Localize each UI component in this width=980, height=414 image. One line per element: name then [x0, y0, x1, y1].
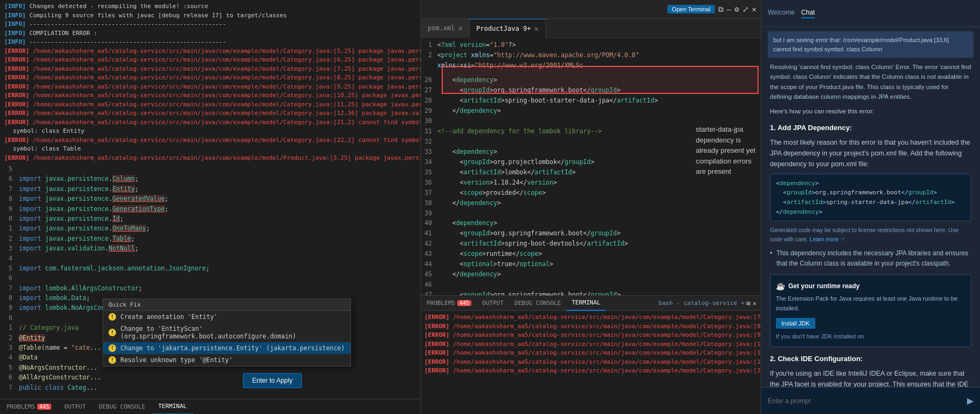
quick-fix-popup[interactable]: Quick Fix ! Create annotation 'Entity' !…	[103, 298, 351, 367]
editor-tabs: pom.xml ✕ ProductJava 9+ ✕	[421, 19, 761, 38]
ai-send-button[interactable]: ▶	[967, 396, 974, 406]
terminal-error-line: [ERROR] /home/aakashsharm_aa5/catalog-se…	[4, 56, 416, 65]
code-line: 3 import javax.validation.NotNull;	[0, 243, 421, 253]
code-line: 6 import javax.persistence.Column;	[0, 174, 421, 184]
code-line: 8 import javax.persistence.GeneratedValu…	[0, 194, 421, 203]
editor-toolbar: Open Terminal ⧉ — ⚙ ⤢ ✕	[421, 0, 761, 19]
close-terminal-icon[interactable]: ✕	[753, 300, 756, 307]
quick-fix-item-entityscan[interactable]: ! Change to 'EntityScan' (org.springfram…	[103, 323, 350, 342]
xml-line: 1 <?xml version="1.0"?>	[421, 40, 761, 50]
xml-line: 41 <groupId>org.springframework.boot</gr…	[421, 228, 761, 239]
runtime-title: Get your runtime ready	[788, 281, 860, 291]
ai-header: Welcome Chat	[761, 0, 980, 27]
symbol-line: symbol: class Entity	[4, 127, 416, 136]
terminal-error-line: [ERROR] /home/aakashsharm_aa5/catalog-se…	[4, 83, 416, 92]
user-message: but I am seeing error that: /com/example…	[761, 27, 980, 62]
terminal-line: [INFO] COMPILATION ERROR :	[4, 29, 416, 38]
xml-line: 38 </dependency>	[421, 198, 761, 208]
terminal-error-line: [ERROR] /home/aakashsharm_aa5/catalog-se…	[424, 349, 758, 358]
quick-fix-item-create[interactable]: ! Create annotation 'Entity'	[103, 311, 350, 323]
fix-icon: !	[109, 356, 116, 364]
ai-content: Resolving 'cannot find symbol: class Col…	[761, 62, 980, 387]
expand-icon[interactable]: ⤢	[742, 5, 749, 13]
tab-terminal-mid[interactable]: TERMINAL	[566, 296, 606, 311]
enter-to-apply-button[interactable]: Enter to Apply	[243, 373, 302, 388]
terminal-error-line: [ERROR] /home/aakashsharm_aa5/catalog-se…	[424, 322, 758, 331]
right-panel: Welcome Chat but I am seeing error that:…	[761, 0, 980, 414]
tab-product-java[interactable]: ProductJava 9+ ✕	[470, 19, 546, 38]
code-line: 7 public class Categ...	[0, 383, 421, 392]
code-line: 5 import com.fasterxml.jackson.annotatio…	[0, 263, 421, 273]
terminal-error-line: [ERROR] /home/aakashsharm_aa5/catalog-se…	[424, 331, 758, 340]
tab-problems-mid[interactable]: PROBLEMS 445	[421, 296, 477, 311]
code-line: 1 import javax.persistence.OneToMany;	[0, 223, 421, 233]
runtime-icon: ☕	[776, 280, 785, 292]
tab-terminal[interactable]: TERMINAL	[152, 399, 193, 415]
bash-label: bash - catalog-service +	[659, 300, 745, 307]
tab-welcome[interactable]: Welcome	[768, 9, 795, 18]
install-jdk-button[interactable]: Install JDK	[776, 318, 815, 329]
code-line: 6	[0, 273, 421, 283]
learn-more-link[interactable]: Learn more ☞	[810, 236, 846, 242]
xml-line: 28 <artifactId>spring-boot-starter-data-…	[421, 96, 761, 106]
terminal-line: [INFO] ---------------------------------…	[4, 38, 416, 47]
split-terminal-icon[interactable]: ⊞	[747, 300, 751, 307]
highlight-box	[442, 66, 759, 94]
xml-line: 43 <scope>runtime</scope>	[421, 249, 761, 259]
quick-fix-item-jakarta[interactable]: ! Change to 'jakarta.persistence.Entity'…	[103, 342, 350, 354]
tab-pom-xml[interactable]: pom.xml ✕	[421, 19, 470, 38]
xml-line: 29 </dependency>	[421, 106, 761, 116]
xml-line: 37 <scope>provided</scope>	[421, 188, 761, 198]
terminal-error-line: [ERROR] /home/aakashsharm_aa5/catalog-se…	[4, 154, 416, 162]
ai-input-area: ▶	[761, 387, 980, 414]
terminal-error-line: [ERROR] /home/aakashsharm_aa5/catalog-se…	[424, 313, 758, 322]
settings-icon[interactable]: ⚙	[734, 5, 739, 13]
code-line: 2 import javax.persistence.Table;	[0, 234, 421, 243]
tab-output[interactable]: OUTPUT	[58, 399, 92, 415]
bottom-bar: PROBLEMS 445 OUTPUT DEBUG CONSOLE TERMIN…	[0, 399, 421, 414]
terminal-error-line: [ERROR] /home/aakashsharm_aa5/catalog-se…	[4, 73, 416, 83]
tab-debug-console[interactable]: DEBUG CONSOLE	[92, 399, 152, 415]
fix-icon: !	[109, 313, 116, 321]
xml-line: 45 </dependency>	[421, 269, 761, 280]
jdk-note: If you don't have JDK installed on	[776, 332, 965, 342]
terminal-line: [INFO] ---------------------------------…	[4, 20, 416, 29]
minimize-icon[interactable]: —	[727, 5, 731, 13]
xml-line: 47 <groupId>org.springframework.boot</gr…	[421, 290, 761, 295]
ai-section-1: 1. Add JPA Dependency:	[770, 123, 971, 134]
fix-icon: !	[109, 329, 116, 336]
ai-code-note: Generated code may be subject to license…	[770, 226, 971, 244]
code-line: 9 import javax.persistence.GenerationTyp…	[0, 204, 421, 214]
terminal-error-line: [ERROR] /home/aakashsharm_aa5/catalog-se…	[4, 109, 416, 118]
ai-step-2: If you're using an IDE like IntelliJ IDE…	[770, 368, 971, 387]
code-line: 6 @AllArgsConstructor...	[0, 372, 421, 382]
open-terminal-button[interactable]: Open Terminal	[667, 5, 714, 13]
ai-code-block: <dependency> <groupId>org.springframewor…	[770, 174, 971, 221]
terminal-error-line: [ERROR] /home/aakashsharm_aa5/catalog-se…	[424, 340, 758, 349]
tab-close-pom[interactable]: ✕	[458, 24, 463, 32]
ai-bullet-1: This dependency includes the necessary J…	[770, 248, 971, 269]
xml-editor: 1 <?xml version="1.0"?> 2 <project xmlns…	[421, 38, 761, 295]
tab-close-product[interactable]: ✕	[534, 24, 538, 33]
code-line: 7 import javax.persistence.Entity;	[0, 184, 421, 194]
xml-line: 44 <optional>true</optional>	[421, 259, 761, 269]
quick-fix-header: Quick Fix	[103, 299, 350, 311]
terminal-error-line: [ERROR] /home/aakashsharm_aa5/catalog-se…	[424, 367, 758, 376]
symbol-line: symbol: class Table	[4, 145, 416, 154]
close-icon[interactable]: ✕	[752, 5, 756, 13]
terminal-error-line: [ERROR] /home/aakashsharm_aa5/catalog-se…	[4, 118, 416, 127]
quick-fix-item-resolve[interactable]: ! Resolve unknown type '@Entity'	[103, 354, 350, 366]
ai-prompt-input[interactable]	[768, 397, 963, 405]
tab-output-mid[interactable]: OUTPUT	[477, 296, 509, 311]
problems-badge: 445	[37, 404, 51, 410]
xml-line: 40 <dependency>	[421, 218, 761, 228]
ai-intro: Resolving 'cannot find symbol: class Col…	[770, 62, 971, 102]
code-line: 4	[0, 254, 421, 263]
tab-debug-mid[interactable]: DEBUG CONSOLE	[509, 296, 566, 311]
ai-step-1: The most likely reason for this error is…	[770, 137, 971, 169]
split-icon[interactable]: ⧉	[718, 5, 724, 14]
terminal-error-line: [ERROR] /home/aakashsharm_aa5/catalog-se…	[4, 65, 416, 74]
tab-problems[interactable]: PROBLEMS 445	[0, 399, 58, 415]
xml-line: 46	[421, 280, 761, 290]
tab-chat[interactable]: Chat	[801, 9, 815, 18]
